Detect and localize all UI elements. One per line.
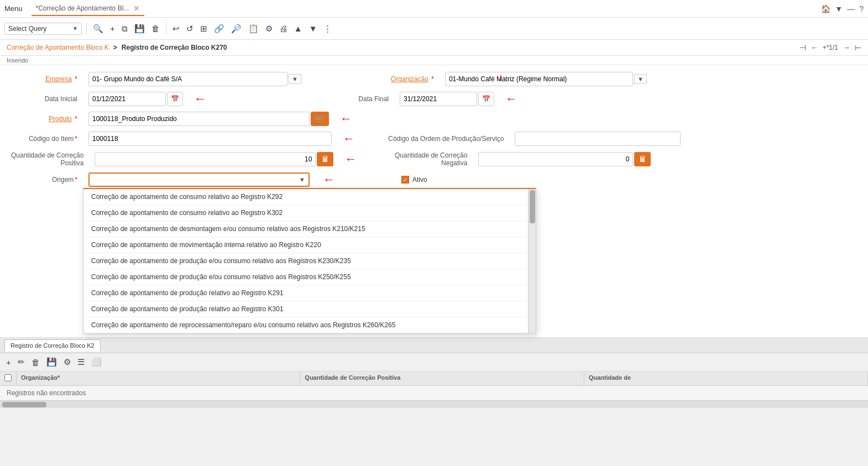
organizacao-input[interactable]: [445, 72, 633, 86]
undo-icon[interactable]: ↩: [171, 22, 181, 35]
bottom-tab-active[interactable]: Registro de Correção Bloco K2: [4, 339, 101, 352]
nav-last-icon[interactable]: ⊢: [855, 43, 861, 52]
minimize-icon[interactable]: —: [847, 4, 855, 13]
bottom-tab-bar: Registro de Correção Bloco K2: [0, 338, 868, 353]
data-final-input[interactable]: [400, 92, 477, 106]
nav-first-icon[interactable]: ⊣: [799, 43, 806, 52]
codigo-item-input[interactable]: [88, 132, 332, 146]
nav-prev-icon[interactable]: ←: [811, 43, 818, 52]
data-inicial-input[interactable]: [88, 92, 166, 106]
toolbar-separator: [86, 22, 87, 35]
add-icon[interactable]: +: [108, 22, 117, 35]
origem-dropdown-list[interactable]: Correção de apontamento de consumo relat…: [83, 188, 536, 334]
organizacao-dropdown-icon[interactable]: ▼: [634, 74, 647, 84]
help-icon[interactable]: ?: [859, 4, 864, 13]
settings-icon[interactable]: ⚙: [264, 22, 274, 35]
empresa-input[interactable]: [88, 72, 287, 86]
bottom-toolbar: + ✏ 🗑 💾 ⚙ ☰ ⬜: [0, 353, 868, 371]
dropdown-item-4[interactable]: Correção de apontamento de produção e/ou…: [83, 253, 536, 269]
search-icon[interactable]: 🔍: [91, 22, 105, 35]
produto-cart-btn[interactable]: 🛒: [311, 112, 329, 126]
dropdown-item-6[interactable]: Correção de apontamento de produção rela…: [83, 285, 536, 301]
nav-arrow-down-icon[interactable]: ▼: [835, 4, 843, 13]
form-area: Empresa ▼ Organização ▼ ↓ Data Inicial 📅…: [0, 65, 868, 193]
bt-list-icon[interactable]: ☰: [76, 355, 86, 369]
query-select-label: Select Query: [8, 25, 46, 33]
breadcrumb-navigation: ⊣ ← +*1/1 → ⊢: [799, 43, 861, 52]
bt-delete-icon[interactable]: 🗑: [30, 356, 41, 369]
copy-icon[interactable]: ⧉: [120, 22, 129, 35]
bt-frame-icon[interactable]: ⬜: [90, 355, 103, 369]
query-select[interactable]: Select Query ▼: [4, 23, 82, 35]
bottom-table-header: Organização* Quantidade de Correção Posi…: [0, 371, 868, 386]
produto-label: Produto: [11, 115, 77, 123]
nav-next-icon[interactable]: →: [843, 43, 850, 52]
data-inicial-calendar-btn[interactable]: 📅: [167, 92, 183, 106]
dropdown-item-3[interactable]: Correção de apontamento de movimentação …: [83, 237, 536, 253]
qtd-negativa-group: 🖩: [478, 152, 651, 166]
link-icon[interactable]: 🔗: [212, 22, 226, 35]
col-organizacao: Organização*: [17, 371, 300, 385]
arrow-origem: ←: [323, 172, 335, 187]
report-icon[interactable]: 📋: [247, 22, 260, 35]
form-row-datas: Data Inicial 📅 ← Data Final 📅 ←: [11, 92, 857, 106]
data-final-calendar-btn[interactable]: 📅: [478, 92, 494, 106]
main-tab[interactable]: *Correção de Apontamento Bl... ✕: [32, 2, 145, 16]
close-icon[interactable]: ✕: [133, 4, 140, 13]
bt-add-icon[interactable]: +: [4, 356, 13, 369]
origem-label: Origem: [11, 176, 77, 184]
toolbar-separator-2: [166, 22, 166, 35]
bt-save-icon[interactable]: 💾: [45, 355, 59, 369]
select-all-checkbox[interactable]: [4, 374, 12, 381]
data-inicial-group: 📅: [88, 92, 183, 106]
dropdown-scrollbar[interactable]: [528, 189, 536, 333]
qtd-negativa-calc-btn[interactable]: 🖩: [634, 152, 651, 166]
bt-settings-icon[interactable]: ⚙: [62, 355, 72, 369]
produto-input[interactable]: [88, 112, 310, 126]
print-icon[interactable]: 🖨: [278, 22, 289, 35]
origem-dropdown-arrow-icon[interactable]: ▼: [296, 176, 308, 183]
home-icon[interactable]: 🏠: [821, 4, 830, 13]
save-icon[interactable]: 💾: [133, 22, 147, 35]
ativo-checkbox[interactable]: ✓: [401, 176, 409, 184]
zoom-icon[interactable]: 🔎: [229, 22, 243, 35]
dropdown-item-8[interactable]: Correção de apontamento de reprocessamen…: [83, 317, 536, 333]
dropdown-item-2[interactable]: Correção de apontamento de desmontagem e…: [83, 221, 536, 237]
codigo-ordem-input[interactable]: [515, 132, 681, 146]
qtd-positiva-input[interactable]: [95, 152, 316, 166]
qtd-negativa-input[interactable]: [478, 152, 633, 166]
delete-icon[interactable]: 🗑: [150, 22, 161, 35]
empresa-dropdown-icon[interactable]: ▼: [289, 74, 301, 84]
arrow-qtd: ←: [344, 152, 357, 166]
status-label: Inserido: [7, 57, 28, 64]
arrow-codigo-item: ←: [343, 132, 355, 146]
bt-edit-icon[interactable]: ✏: [16, 355, 27, 369]
expand-icon[interactable]: ▲: [292, 22, 304, 35]
breadcrumb-parent[interactable]: Correção de Apontamento Bloco K: [7, 44, 109, 51]
horizontal-scrollbar[interactable]: [0, 400, 868, 408]
origem-select[interactable]: ▼: [88, 172, 310, 187]
dropdown-item-1[interactable]: Correção de apontamento de consumo relat…: [83, 205, 536, 221]
col-qtd-positiva: Quantidade de Correção Positiva: [300, 371, 584, 385]
dropdown-item-5[interactable]: Correção de apontamento de produção e/ou…: [83, 269, 536, 285]
codigo-ordem-label: Código da Ordem de Produção/Serviço: [388, 135, 504, 143]
arrow-data-inicial: ←: [194, 92, 206, 106]
col-checkbox: [0, 371, 17, 385]
menu-label[interactable]: Menu: [4, 4, 23, 13]
form-row-empresa: Empresa ▼ Organização ▼ ↓: [11, 72, 857, 86]
h-scrollbar-thumb[interactable]: [2, 402, 46, 407]
qtd-positiva-group: 🖩: [95, 152, 333, 166]
dropdown-scrollbar-thumb[interactable]: [530, 190, 535, 223]
refresh-icon[interactable]: ↺: [185, 22, 195, 35]
more-icon[interactable]: ⋮: [322, 22, 333, 35]
collapse-icon[interactable]: ▼: [307, 22, 319, 35]
grid-icon[interactable]: ⊞: [198, 22, 209, 35]
no-records-msg: Registros não encontrados: [7, 389, 86, 397]
dropdown-item-7[interactable]: Correção de apontamento de produção rela…: [83, 301, 536, 317]
qtd-positiva-calc-btn[interactable]: 🖩: [317, 152, 333, 166]
form-row-produto: Produto 🛒 ←: [11, 112, 857, 126]
dropdown-item-0[interactable]: Correção de apontamento de consumo relat…: [83, 189, 536, 205]
ativo-group: ✓ Ativo: [401, 176, 427, 184]
tab-label: *Correção de Apontamento Bl...: [36, 4, 129, 12]
toolbar: Select Query ▼ 🔍 + ⧉ 💾 🗑 ↩ ↺ ⊞ 🔗 🔎 📋 ⚙ 🖨…: [0, 18, 868, 40]
